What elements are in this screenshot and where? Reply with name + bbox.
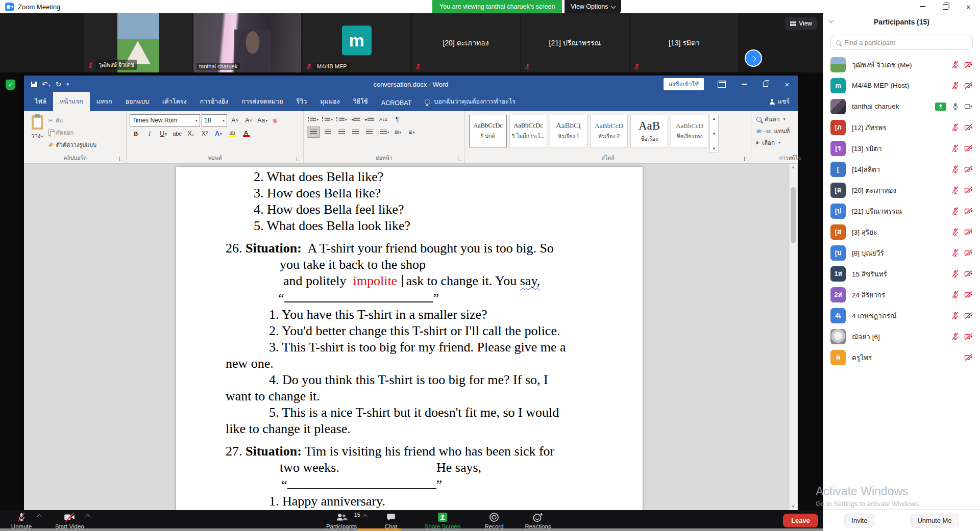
scrollbar-thumb[interactable] — [791, 187, 796, 243]
clipboard-dialog-launcher[interactable] — [119, 157, 124, 161]
ribbon-tab[interactable]: ออกแบบ — [119, 92, 156, 111]
style-option[interactable]: AaBbC( หัวเรื่อง 1 — [550, 115, 587, 147]
view-options-button[interactable]: View Options — [565, 0, 621, 13]
video-tile[interactable]: [21] ปรีณาพรรณ — [521, 13, 629, 72]
shading-button[interactable]: ▨▾ — [392, 127, 404, 137]
style-option[interactable]: AaBbCcD หัวเรื่อง 2 — [590, 115, 628, 147]
share-document-button[interactable]: แชร์ — [762, 92, 798, 111]
text-effects-button[interactable]: A▾ — [212, 129, 225, 139]
bullet-list-button[interactable]: ▾ — [307, 114, 320, 124]
view-layout-button[interactable]: View — [785, 17, 817, 30]
tell-me-box[interactable]: บอกฉันว่าคุณต้องการทำอะไร — [418, 92, 522, 111]
ribbon-tab[interactable]: การอ้างอิง — [193, 92, 235, 111]
participants-button[interactable]: 15 Participants — [322, 510, 361, 531]
ribbon-tab[interactable]: ACROBAT — [375, 95, 419, 111]
find-button[interactable]: ค้นหา▾ — [754, 113, 826, 125]
close-button[interactable]: × — [957, 0, 980, 13]
paste-button[interactable]: วาง▾ — [27, 113, 47, 142]
undo-button[interactable]: ↶▾ — [42, 81, 51, 88]
align-right-button[interactable] — [335, 127, 348, 137]
paragraph-dialog-launcher[interactable] — [458, 157, 462, 161]
font-size-combobox[interactable]: 18▾ — [202, 114, 227, 127]
participant-row[interactable]: [ [14]ลลิตา — [823, 159, 980, 180]
style-option[interactable]: AaBbCcDc ¶ ปกติ — [469, 115, 507, 147]
find-participant-input[interactable]: Find a participant — [830, 35, 973, 50]
multilevel-list-button[interactable]: ▾ — [335, 114, 348, 124]
customize-qat-button[interactable]: ▾ — [66, 82, 69, 87]
styles-dialog-launcher[interactable] — [744, 157, 749, 161]
line-spacing-button[interactable]: ↕▾ — [377, 127, 390, 137]
participant-row[interactable]: tanthai charuek — [823, 96, 980, 117]
align-center-button[interactable] — [322, 127, 334, 137]
superscript-button[interactable]: X² — [199, 129, 211, 139]
ribbon-tab[interactable]: ไฟล์ — [28, 92, 53, 111]
copy-button[interactable]: คัดลอก — [47, 128, 98, 138]
video-tile[interactable]: m M4/4B MEP — [303, 13, 410, 72]
video-tile[interactable]: วุฒิพงษ์ จิวเดช — [84, 13, 192, 72]
replace-button[interactable]: ab→acแทนที่ — [754, 125, 826, 137]
borders-button[interactable]: ⊞▾ — [406, 127, 418, 137]
select-button[interactable]: เลือก▾ — [754, 137, 826, 148]
save-button[interactable] — [31, 82, 37, 87]
decrease-indent-button[interactable]: ◂ — [350, 114, 362, 124]
show-paragraph-marks-button[interactable]: ¶ — [391, 114, 403, 124]
change-case-button[interactable]: Aa▾ — [256, 115, 268, 125]
participant-row[interactable]: ค ครูไพร — [823, 347, 980, 368]
participant-row[interactable]: [ต [20] ตะเภาทอง — [823, 180, 980, 200]
restore-button[interactable] — [934, 0, 957, 13]
participant-row[interactable]: 1ส 15 สิขรินทร์ — [823, 263, 980, 284]
word-restore-button[interactable] — [755, 75, 776, 93]
video-options-chevron[interactable] — [85, 514, 90, 519]
increase-indent-button[interactable]: ▸ — [363, 114, 376, 124]
redo-button[interactable]: ↻ — [56, 81, 62, 88]
participant-row[interactable]: [บ [8] บุณยวีร์ — [823, 242, 980, 263]
collapse-panel-chevron[interactable] — [829, 18, 834, 23]
bold-button[interactable]: B — [130, 129, 142, 139]
vertical-scrollbar[interactable]: ▲ ▼ — [789, 164, 797, 510]
participant-row[interactable]: 2ส 24 สิริยากร — [823, 284, 980, 305]
subscript-button[interactable]: X₂ — [185, 129, 197, 139]
participant-row[interactable]: [ส [3] สุริยะ — [823, 221, 980, 242]
justify-button[interactable] — [349, 127, 361, 137]
word-close-button[interactable]: × — [776, 75, 798, 93]
record-button[interactable]: Record — [480, 510, 508, 531]
align-left-button[interactable] — [307, 127, 320, 138]
font-name-combobox[interactable]: Times New Rom▾ — [130, 114, 200, 127]
font-color-button[interactable]: A — [240, 129, 252, 139]
participant-row[interactable]: วุฒิพงษ์ จิวเดช (Me) — [823, 54, 980, 75]
invite-button[interactable]: Invite — [844, 514, 874, 527]
chat-button[interactable]: Chat — [377, 510, 405, 531]
start-video-button[interactable]: Start Video — [55, 510, 84, 531]
participant-row[interactable]: 4เ 4 เกษชฎาภรณ์ — [823, 305, 980, 326]
format-painter-button[interactable]: ตัวคัดวางรูปแบบ — [47, 140, 98, 150]
participants-options-chevron[interactable] — [362, 514, 368, 519]
next-participants-page-button[interactable] — [745, 49, 762, 67]
unmute-me-button[interactable]: Unmute Me — [910, 514, 959, 527]
styles-gallery-scroll[interactable]: ▲▼▼̲ — [709, 115, 719, 153]
ribbon-tab[interactable]: หน้าแรก — [53, 92, 90, 111]
highlight-color-button[interactable]: ab — [226, 129, 238, 139]
participant-row[interactable]: [ภ [12] ภัทรพร — [823, 117, 980, 138]
participant-row[interactable]: [ป [21] ปรีณาพรรณ — [823, 200, 980, 221]
participant-row[interactable]: ณัจยา [6] — [823, 326, 980, 347]
ribbon-tab[interactable]: แทรก — [90, 92, 119, 111]
video-tile[interactable]: tanthai charuek — [193, 13, 301, 72]
ribbon-tab[interactable]: การส่งจดหมาย — [235, 92, 289, 111]
strikethrough-button[interactable]: abc — [171, 129, 183, 139]
video-tile[interactable]: [20] ตะเภาทอง — [412, 13, 520, 72]
unmute-button[interactable]: Unmute — [7, 510, 36, 531]
sort-button[interactable]: A↓Z — [377, 114, 389, 124]
shrink-font-button[interactable]: A˅ — [242, 115, 255, 125]
distribute-button[interactable] — [363, 127, 375, 137]
security-shield-icon[interactable]: ✓ — [6, 80, 15, 90]
share-screen-button[interactable]: Share Screen — [421, 510, 464, 531]
grow-font-button[interactable]: A˄ — [229, 115, 241, 125]
minimize-button[interactable] — [911, 0, 934, 13]
participant-row[interactable]: m M4/4B MEP (Host) — [823, 75, 980, 96]
underline-button[interactable]: U▾ — [157, 129, 169, 139]
document-page[interactable]: 2. What does Bella like?3. How does Bell… — [176, 167, 643, 510]
leave-button[interactable]: Leave — [783, 514, 818, 527]
font-dialog-launcher[interactable] — [297, 157, 301, 161]
video-tile[interactable]: [13] รมิตา — [630, 13, 738, 72]
cut-button[interactable]: ✂ตัด — [47, 115, 98, 125]
